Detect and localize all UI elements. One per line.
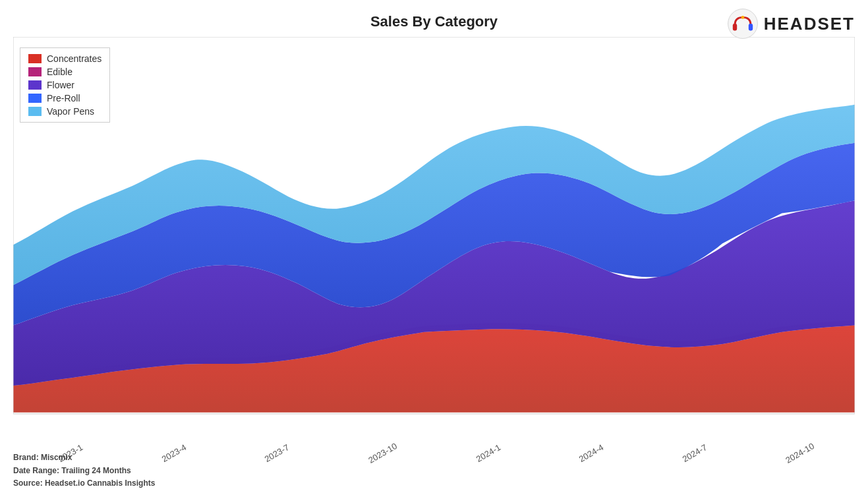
footer-source-label: Source: [13, 478, 43, 488]
flower-swatch [28, 80, 42, 90]
chart-footer: Brand: Miscmix Date Range: Trailing 24 M… [13, 451, 155, 490]
legend-item-vaporpens: Vapor Pens [28, 106, 101, 117]
chart-legend: Concentrates Edible Flower Pre-Roll Vapo… [20, 47, 110, 123]
vaporpens-label: Vapor Pens [47, 106, 94, 117]
preroll-swatch [28, 94, 42, 103]
svg-rect-1 [733, 24, 737, 30]
footer-brand-value: Miscmix [41, 453, 72, 462]
flower-label: Flower [47, 80, 74, 90]
concentrates-label: Concentrates [47, 53, 101, 64]
svg-rect-2 [749, 24, 753, 30]
footer-source: Source: Headset.io Cannabis Insights [13, 477, 155, 490]
footer-date-range-label: Date Range: [13, 466, 59, 475]
x-label-6: 2024-7 [680, 442, 709, 464]
x-label-2: 2023-7 [263, 442, 291, 464]
x-label-5: 2024-4 [577, 442, 606, 464]
legend-item-preroll: Pre-Roll [28, 93, 101, 103]
area-chart-svg [13, 37, 855, 419]
x-label-7: 2024-10 [784, 441, 816, 465]
preroll-label: Pre-Roll [47, 93, 80, 103]
edible-swatch [28, 67, 42, 76]
svg-point-0 [728, 9, 757, 39]
logo-area: HEADSET [727, 8, 855, 40]
x-label-4: 2024-1 [474, 442, 502, 464]
vaporpens-swatch [28, 107, 42, 116]
footer-brand: Brand: Miscmix [13, 451, 155, 464]
x-label-3: 2023-10 [366, 441, 399, 465]
edible-label: Edible [47, 67, 72, 77]
concentrates-swatch [28, 54, 42, 63]
svg-point-3 [741, 16, 744, 19]
footer-source-value: Headset.io Cannabis Insights [45, 478, 155, 488]
footer-date-range-value: Trailing 24 Months [61, 466, 130, 475]
legend-item-concentrates: Concentrates [28, 53, 101, 64]
footer-date-range: Date Range: Trailing 24 Months [13, 465, 155, 477]
legend-item-flower: Flower [28, 80, 101, 90]
footer-brand-label: Brand: [13, 453, 39, 462]
x-label-1: 2023-4 [159, 442, 188, 464]
logo-text: HEADSET [764, 14, 855, 34]
legend-item-edible: Edible [28, 67, 101, 77]
chart-container: HEADSET Sales By Category Concentrates E… [0, 0, 868, 493]
headset-logo-icon [727, 8, 759, 40]
